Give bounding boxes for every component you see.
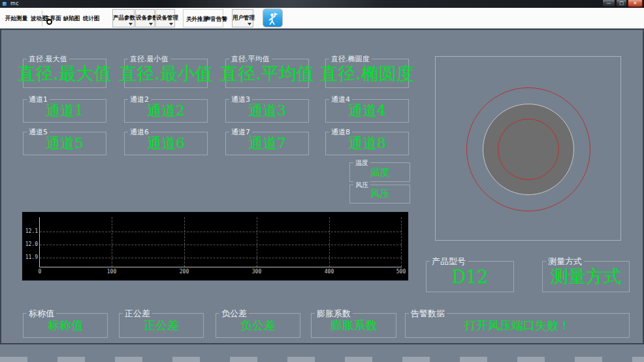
nominal-box: 标称值 标称值 bbox=[23, 313, 108, 338]
window-title: mc bbox=[10, 1, 19, 7]
main-screen-indicator-icon bbox=[46, 19, 52, 25]
start-measure-button[interactable]: 开始测量 bbox=[5, 14, 27, 23]
diameter-max-box: 直径.最大值 直径.最大值 bbox=[23, 59, 106, 88]
channel-7-value: 通道7 bbox=[226, 132, 308, 155]
pressure-value: 风压 bbox=[350, 185, 410, 203]
gridline-v bbox=[184, 217, 185, 267]
dropdown-arrow-icon[interactable] bbox=[248, 23, 251, 25]
channel-4-value: 通道4 bbox=[326, 100, 408, 122]
diameter-ovality-box: 直径.椭圆度 直径.椭圆度 bbox=[325, 59, 409, 88]
app-window: mc — □ ✕ 开始测量 波动图 主界面 缺陷图 统计图 产品参数 设备参数 … bbox=[0, 0, 644, 362]
neg-tolerance-value: 负公差 bbox=[216, 314, 300, 337]
channel-4-box: 通道4 通道4 bbox=[325, 99, 409, 123]
gridline-h bbox=[40, 258, 402, 258]
dropdown-arrow-icon[interactable] bbox=[129, 23, 133, 25]
close-icon: ✕ bbox=[634, 1, 637, 6]
defect-chart-button[interactable]: 缺陷图 bbox=[63, 14, 80, 23]
device-params-button[interactable]: 设备参数 bbox=[135, 9, 155, 27]
cross-section-display bbox=[435, 56, 621, 241]
dropdown-arrow-icon[interactable] bbox=[169, 23, 173, 25]
trend-chart: 12.1 12.0 11.9 0 100 200 300 400 500 bbox=[22, 211, 409, 281]
x-tick-label: 100 bbox=[102, 269, 121, 275]
y-tick-label: 12.1 bbox=[24, 229, 38, 234]
app-icon bbox=[2, 1, 7, 7]
stats-chart-button[interactable]: 统计图 bbox=[83, 14, 100, 23]
gridline-v bbox=[401, 217, 402, 267]
channel-8-value: 通道8 bbox=[326, 132, 408, 155]
measure-mode-value: 测量方式 bbox=[543, 262, 629, 292]
nominal-value: 标称值 bbox=[24, 314, 107, 337]
main-panel: 直径.最大值 直径.最大值 直径.最小值 直径.最小值 直径.平均值 直径.平均… bbox=[0, 29, 644, 344]
diameter-min-box: 直径.最小值 直径.最小值 bbox=[124, 59, 208, 88]
maximize-icon: □ bbox=[619, 1, 624, 6]
maximize-button[interactable]: □ bbox=[616, 0, 627, 7]
alarm-data-value: 打开风压端口失败！ bbox=[406, 314, 629, 337]
y-axis bbox=[39, 217, 40, 267]
channel-1-box: 通道1 通道1 bbox=[23, 99, 106, 123]
taskbar-edge bbox=[0, 357, 644, 362]
channel-1-value: 通道1 bbox=[24, 100, 106, 122]
pressure-box: 风压 风压 bbox=[349, 185, 410, 204]
x-axis bbox=[39, 267, 402, 267]
diameter-avg-value: 直径.平均值 bbox=[226, 59, 308, 87]
channel-5-box: 通道5 通道5 bbox=[23, 132, 106, 155]
diameter-ovality-value: 直径.椭圆度 bbox=[326, 59, 408, 87]
gridline-h bbox=[40, 232, 402, 232]
channel-2-value: 通道2 bbox=[125, 100, 207, 122]
minimize-icon: — bbox=[607, 1, 611, 6]
user-mgmt-label: 用户管理 bbox=[233, 14, 253, 22]
x-tick-label: 0 bbox=[30, 269, 50, 275]
channel-8-box: 通道8 通道8 bbox=[325, 132, 409, 155]
close-button[interactable]: ✕ bbox=[628, 0, 643, 7]
product-params-label: 产品参数 bbox=[113, 14, 134, 22]
channel-3-value: 通道3 bbox=[226, 100, 308, 122]
dropdown-arrow-icon[interactable] bbox=[149, 23, 153, 25]
gridline-v bbox=[257, 217, 257, 267]
diameter-avg-box: 直径.平均值 直径.平均值 bbox=[225, 59, 309, 88]
device-mgmt-button[interactable]: 设备管理 bbox=[155, 9, 175, 27]
pos-tolerance-box: 正公差 正公差 bbox=[119, 313, 204, 338]
sound-alarm-button[interactable]: 声音告警 bbox=[205, 14, 227, 23]
product-model-value: D12 bbox=[427, 262, 513, 292]
gridline-h bbox=[40, 245, 402, 245]
device-mgmt-label: 设备管理 bbox=[156, 14, 174, 22]
x-tick-label: 300 bbox=[247, 269, 266, 275]
expansion-coef-value: 膨胀系数 bbox=[312, 314, 396, 337]
guide-button[interactable] bbox=[263, 8, 283, 27]
minimize-button[interactable]: — bbox=[602, 0, 615, 7]
channel-3-box: 通道3 通道3 bbox=[225, 99, 309, 123]
channel-5-value: 通道5 bbox=[24, 132, 106, 155]
channel-2-box: 通道2 通道2 bbox=[124, 99, 208, 123]
expansion-coef-box: 膨胀系数 膨胀系数 bbox=[311, 313, 396, 338]
device-params-label: 设备参数 bbox=[136, 14, 154, 22]
channel-7-box: 通道7 通道7 bbox=[225, 132, 309, 155]
alarm-group: 关外推屏 声音告警 bbox=[183, 9, 223, 27]
y-tick-label: 12.0 bbox=[24, 242, 38, 247]
x-tick-label: 400 bbox=[319, 269, 339, 275]
gridline-v bbox=[329, 217, 330, 267]
temperature-value: 温度 bbox=[350, 163, 410, 181]
user-mgmt-button[interactable]: 用户管理 bbox=[232, 9, 253, 27]
diameter-min-value: 直径.最小值 bbox=[125, 59, 207, 87]
gridline-v bbox=[112, 217, 112, 267]
x-tick-label: 500 bbox=[391, 269, 411, 275]
neg-tolerance-box: 负公差 负公差 bbox=[216, 313, 300, 338]
x-tick-label: 200 bbox=[174, 269, 194, 275]
alarm-data-box: 告警数据 打开风压端口失败！ bbox=[405, 313, 630, 338]
diameter-max-value: 直径.最大值 bbox=[24, 59, 106, 87]
toolbar-separator bbox=[42, 10, 42, 26]
toolbar: 开始测量 波动图 主界面 缺陷图 统计图 产品参数 设备参数 设备管理 关外推屏… bbox=[0, 8, 644, 29]
pos-tolerance-value: 正公差 bbox=[120, 314, 203, 337]
channel-6-box: 通道6 通道6 bbox=[124, 132, 208, 155]
product-params-button[interactable]: 产品参数 bbox=[112, 9, 135, 27]
channel-6-value: 通道6 bbox=[125, 132, 207, 155]
product-model-box: 产品型号 D12 bbox=[426, 261, 514, 292]
titlebar[interactable]: mc — □ ✕ bbox=[0, 0, 644, 8]
measure-mode-box: 测量方式 测量方式 bbox=[542, 261, 630, 292]
person-flag-icon bbox=[266, 11, 280, 25]
y-tick-label: 11.9 bbox=[24, 255, 38, 260]
tolerance-ring-inner bbox=[498, 119, 559, 180]
temperature-box: 温度 温度 bbox=[349, 162, 410, 182]
